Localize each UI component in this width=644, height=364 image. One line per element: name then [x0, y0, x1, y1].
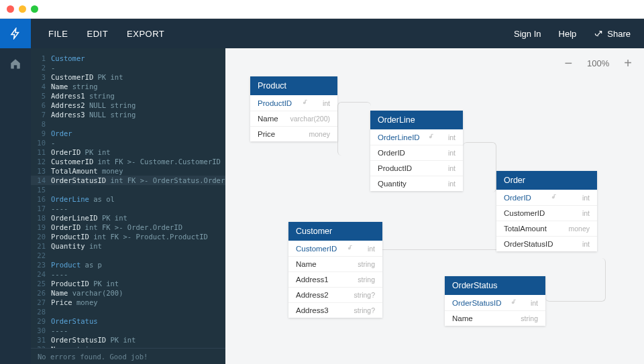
entity-field[interactable]: Namevarchar(200) — [250, 111, 337, 127]
entity-field[interactable]: Address2string? — [288, 288, 382, 303]
menu-help[interactable]: Help — [559, 29, 577, 39]
menu-edit[interactable]: EDIT — [87, 29, 108, 39]
code-content: Product as p — [51, 260, 225, 269]
code-line[interactable]: 20ProductID int FK >- Product.ProductID — [31, 232, 225, 241]
code-line[interactable]: 14OrderStatusID int FK >- OrderStatus.Or… — [31, 176, 225, 185]
code-content: ---- — [51, 269, 225, 279]
entity-field[interactable]: OrderIDint — [496, 190, 597, 206]
code-line[interactable]: 9Order — [31, 129, 225, 138]
code-line[interactable]: 2- — [31, 63, 225, 72]
entity-field[interactable]: OrderStatusIDint — [496, 237, 597, 251]
code-line[interactable]: 24---- — [31, 269, 225, 279]
entity-header[interactable]: Customer — [288, 222, 382, 241]
share-label: Share — [607, 29, 631, 39]
code-line[interactable]: 21Quantity int — [31, 241, 225, 251]
field-type: int — [448, 164, 455, 172]
code-line[interactable]: 4Name string — [31, 82, 225, 91]
code-line[interactable]: 27Price money — [31, 298, 225, 307]
code-content: - — [51, 138, 225, 147]
code-line[interactable]: 7Address3 NULL string — [31, 110, 225, 119]
field-name: Name — [452, 314, 473, 322]
code-line[interactable]: 8 — [31, 119, 225, 129]
code-content: Order — [51, 129, 225, 138]
entity-field[interactable]: TotalAmountmoney — [496, 221, 597, 237]
code-line[interactable]: 6Address2 NULL string — [31, 101, 225, 110]
entity-field[interactable]: Quantityint — [370, 176, 463, 191]
entity-header[interactable]: OrderLine — [370, 111, 463, 129]
code-line[interactable]: 12CustomerID int FK >- Customer.Customer… — [31, 157, 225, 166]
menu-export[interactable]: EXPORT — [127, 29, 164, 39]
left-rail — [0, 48, 31, 364]
field-name: OrderID — [378, 149, 405, 157]
code-line[interactable]: 15 — [31, 185, 225, 194]
entity-field[interactable]: OrderStatusIDint — [445, 295, 545, 311]
menu-signin[interactable]: Sign In — [514, 29, 541, 39]
line-number: 1 — [31, 54, 51, 63]
entity-header[interactable]: Order — [496, 171, 597, 190]
entity-field[interactable]: OrderIDint — [370, 145, 463, 161]
field-name: Name — [258, 115, 278, 123]
code-line[interactable]: 28 — [31, 307, 225, 316]
share-button[interactable]: Share — [594, 29, 631, 39]
code-content — [51, 307, 225, 316]
field-name: CustomerID — [504, 209, 545, 217]
entity-field[interactable]: Address1string — [288, 272, 382, 288]
primary-key-icon — [551, 193, 558, 202]
field-name: OrderLineID — [378, 133, 420, 141]
entity-field[interactable]: Namestring — [288, 257, 382, 272]
code-line[interactable]: 1Customer — [31, 54, 225, 63]
zoom-out-button[interactable]: − — [564, 56, 572, 70]
entity-field[interactable]: Pricemoney — [250, 127, 337, 141]
close-window-icon[interactable] — [7, 5, 14, 13]
entity-orderstatus[interactable]: OrderStatusOrderStatusIDintNamestring — [445, 276, 545, 326]
entity-field[interactable]: ProductIDint — [370, 161, 463, 176]
code-line[interactable]: 10- — [31, 138, 225, 147]
code-line[interactable]: 18OrderLineID PK int — [31, 213, 225, 223]
entity-order[interactable]: OrderOrderIDintCustomerIDintTotalAmountm… — [496, 171, 597, 251]
diagram-canvas[interactable]: − 100% + ProductProductIDintNamevarchar(… — [225, 48, 644, 364]
code-line[interactable]: 22 — [31, 251, 225, 260]
code-line[interactable]: 3CustomerID PK int — [31, 72, 225, 82]
code-line[interactable]: 23Product as p — [31, 260, 225, 269]
code-line[interactable]: 31OrderStatusID PK int — [31, 335, 225, 345]
menu-file[interactable]: FILE — [48, 29, 68, 39]
entity-orderline[interactable]: OrderLineOrderLineIDintOrderIDintProduct… — [370, 111, 463, 191]
line-number: 12 — [31, 157, 51, 166]
code-content: Name string — [51, 82, 225, 91]
entity-header[interactable]: OrderStatus — [445, 276, 545, 295]
code-line[interactable]: 16OrderLine as ol — [31, 194, 225, 204]
minimize-window-icon[interactable] — [19, 5, 26, 13]
entity-customer[interactable]: CustomerCustomerIDintNamestringAddress1s… — [288, 222, 382, 318]
code-line[interactable]: 19OrderID int FK >- Order.OrderID — [31, 223, 225, 232]
main: 1Customer2-3CustomerID PK int4Name strin… — [0, 48, 644, 364]
entity-field[interactable]: OrderLineIDint — [370, 129, 463, 145]
code-line[interactable]: 17---- — [31, 204, 225, 213]
code-line[interactable]: 5Address1 string — [31, 91, 225, 101]
code-line[interactable]: 11OrderID PK int — [31, 147, 225, 157]
code-editor[interactable]: 1Customer2-3CustomerID PK int4Name strin… — [31, 48, 225, 364]
field-type: int — [448, 149, 455, 157]
entity-field[interactable]: ProductIDint — [250, 95, 337, 111]
maximize-window-icon[interactable] — [31, 5, 38, 13]
app-logo[interactable] — [0, 19, 31, 48]
line-number: 15 — [31, 185, 51, 194]
topbar: FILE EDIT EXPORT Sign In Help Share — [0, 19, 644, 48]
line-number: 20 — [31, 232, 51, 241]
entity-field[interactable]: Namestring — [445, 311, 545, 326]
entity-product[interactable]: ProductProductIDintNamevarchar(200)Price… — [250, 76, 337, 141]
code-line[interactable]: 26Name varchar(200) — [31, 288, 225, 298]
entity-field[interactable]: Address3string? — [288, 303, 382, 318]
code-line[interactable]: 13TotalAmount money — [31, 166, 225, 176]
zoom-controls: − 100% + — [564, 56, 632, 70]
code-line[interactable]: 25ProductID PK int — [31, 279, 225, 288]
code-line[interactable]: 29OrderStatus — [31, 316, 225, 326]
line-number: 3 — [31, 72, 51, 82]
code-content: TotalAmount money — [51, 166, 225, 176]
code-line[interactable]: 30---- — [31, 326, 225, 335]
code-content: OrderStatusID PK int — [51, 335, 225, 345]
entity-header[interactable]: Product — [250, 76, 337, 95]
entity-field[interactable]: CustomerIDint — [288, 241, 382, 257]
home-icon[interactable] — [9, 58, 21, 70]
zoom-in-button[interactable]: + — [624, 56, 632, 70]
entity-field[interactable]: CustomerIDint — [496, 206, 597, 221]
